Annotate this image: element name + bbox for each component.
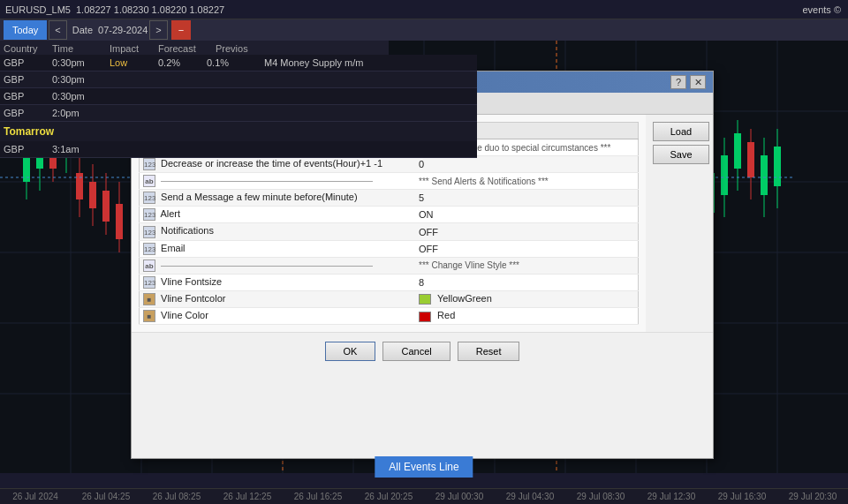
var-type-icon: 123 (143, 226, 155, 238)
save-button[interactable]: Save (653, 145, 709, 164)
var-value-cell: 0 (415, 156, 638, 173)
var-name: Send a Message a few minute before(Minut… (161, 192, 358, 202)
table-row: 123 Decrease or increase the time of eve… (140, 156, 639, 173)
table-row: 123 Email OFF (140, 240, 639, 257)
var-name: Decrease or increase the time of events(… (161, 158, 382, 169)
var-value-cell: Red (415, 307, 638, 324)
cell-impact (106, 141, 155, 157)
cell-forecast (155, 105, 203, 121)
date-value: 07-29-2024 (98, 25, 148, 35)
modal-title-buttons: ? ✕ (670, 75, 706, 89)
timeline-label-6: 29 Jul 00:30 (424, 492, 495, 501)
today-button[interactable]: Today (4, 20, 47, 40)
var-value-cell: YellowGreen (415, 290, 638, 307)
nav-close-button[interactable]: − (171, 20, 191, 40)
cell-forecast (155, 88, 203, 104)
var-value-cell: *** Send Alerts & Notifications *** (415, 173, 638, 190)
var-type-icon: ab (143, 175, 155, 187)
svg-rect-32 (116, 204, 123, 239)
ok-button[interactable]: OK (325, 342, 376, 361)
cell-title (261, 105, 477, 121)
svg-rect-58 (721, 155, 728, 195)
var-type-icon: 123 (143, 276, 155, 289)
timeline-label-11: 29 Jul 20:30 (777, 492, 848, 501)
timeline-label-2: 26 Jul 08:25 (141, 492, 212, 501)
var-name: Notifications (161, 225, 214, 236)
timeline-label-7: 29 Jul 04:30 (495, 492, 565, 501)
var-name-cell: 123 Alert (140, 207, 416, 223)
var-type-icon: ■ (143, 310, 155, 322)
var-value-cell: OFF (415, 223, 638, 240)
table-row: GBP 3:1am (0, 141, 477, 158)
var-value-cell: OFF (415, 240, 638, 257)
timeline-label-5: 26 Jul 20:25 (353, 492, 424, 501)
date-label: Date (69, 25, 96, 35)
reset-button[interactable]: Reset (458, 342, 520, 361)
cell-impact (106, 71, 155, 87)
cell-country: GBP (0, 105, 49, 121)
cell-impact: Low (106, 55, 155, 71)
var-name-cell: 123 Send a Message a few minute before(M… (140, 190, 416, 207)
cell-country: GBP (0, 71, 49, 87)
var-value-cell: 5 (415, 190, 638, 207)
modal-help-button[interactable]: ? (670, 75, 686, 89)
var-name: Vline Color (161, 310, 208, 320)
events-table-body: GBP 0:30pm Low 0.2% 0.1% M4 Money Supply… (0, 55, 477, 158)
cell-impact (106, 88, 155, 104)
var-name: Vline Fontsize (161, 276, 222, 287)
timeline-label-9: 29 Jul 12:30 (636, 492, 707, 501)
var-type-icon: 123 (143, 208, 155, 221)
timeline-label-10: 29 Jul 16:30 (707, 492, 777, 501)
cancel-button[interactable]: Cancel (382, 342, 450, 361)
modal-close-button[interactable]: ✕ (690, 75, 706, 89)
symbol-label: EURUSD_LM5 (0, 4, 76, 15)
timeline-label-3: 26 Jul 12:25 (212, 492, 283, 501)
table-row: 123 Alert ON (140, 207, 639, 223)
load-button[interactable]: Load (653, 122, 709, 141)
modal-action-buttons: Load Save (649, 115, 713, 332)
table-row: GBP 0:30pm (0, 88, 477, 105)
svg-rect-66 (774, 147, 781, 186)
cell-forecast (155, 141, 203, 157)
var-name-cell: 123 Notifications (140, 223, 416, 240)
cell-title (261, 71, 477, 87)
var-type-icon: ab (143, 260, 155, 272)
cell-previos (203, 88, 261, 104)
table-row: GBP 2:0pm (0, 105, 477, 122)
tomorrow-label: Tomarrow (0, 122, 477, 141)
timeline-label-8: 29 Jul 08:30 (565, 492, 636, 501)
cell-country: GBP (0, 55, 49, 71)
color-value-red: Red (437, 310, 455, 320)
var-name-cell: 123 Email (140, 240, 416, 257)
var-name-cell: ■ Vline Fontcolor (140, 290, 416, 307)
cell-time: 3:1am (49, 141, 106, 157)
color-value-yellowgreen: YellowGreen (437, 293, 492, 304)
prev-arrow-button[interactable]: < (49, 20, 66, 40)
cell-previos (203, 71, 261, 87)
color-swatch-yellowgreen (419, 294, 431, 305)
var-type-icon: 123 (143, 243, 155, 255)
price-labels: 1.08227 1.08230 1.08220 1.08227 (76, 4, 224, 15)
all-events-line-button[interactable]: All Events Line (375, 456, 473, 478)
color-swatch-red (419, 312, 431, 322)
events-label: events © (802, 4, 841, 15)
cell-forecast: 0.2% (155, 55, 203, 71)
cell-previos (203, 141, 261, 157)
var-type-icon: 123 (143, 192, 155, 204)
table-row: ab ———————————————————————— *** Change V… (140, 257, 639, 274)
cell-previos (203, 105, 261, 121)
var-value-cell: 8 (415, 274, 638, 290)
cell-time: 0:30pm (49, 71, 106, 87)
var-name-cell: ab ———————————————————————— (140, 257, 416, 274)
svg-rect-64 (761, 155, 768, 195)
table-row: GBP 0:30pm (0, 71, 477, 88)
svg-rect-30 (102, 191, 110, 222)
svg-rect-60 (734, 133, 741, 169)
next-arrow-button[interactable]: > (149, 20, 167, 40)
var-name: ———————————————————————— (161, 176, 373, 185)
svg-rect-28 (89, 182, 96, 208)
table-row: ■ Vline Fontcolor YellowGreen (140, 290, 639, 307)
table-row: GBP 0:30pm Low 0.2% 0.1% M4 Money Supply… (0, 55, 477, 71)
var-name-cell: ■ Vline Color (140, 307, 416, 324)
cell-country: GBP (0, 88, 49, 104)
